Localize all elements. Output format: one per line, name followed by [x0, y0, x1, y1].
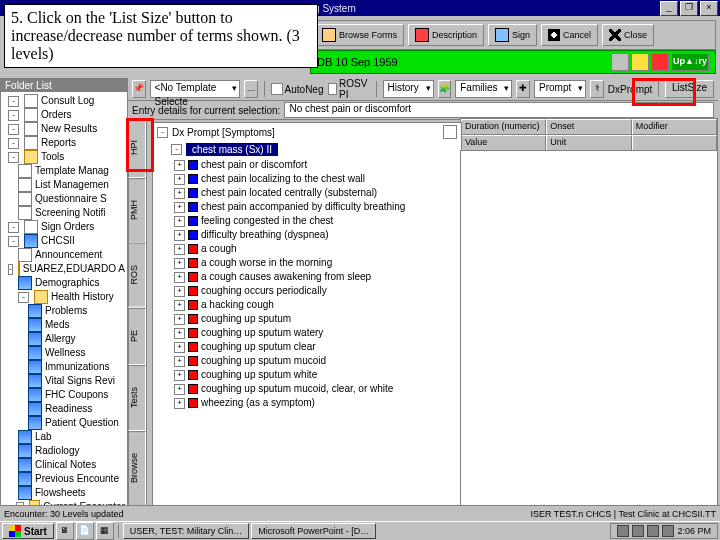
symptom-row[interactable]: +coughing occurs periodically [157, 284, 457, 298]
symptom-root-expander[interactable]: - [157, 127, 168, 138]
finding-marker-icon[interactable] [188, 342, 198, 352]
expander-icon[interactable]: - [8, 264, 13, 275]
tree-node[interactable]: -CHCSII [5, 234, 125, 248]
symptom-row[interactable]: +coughing up sputum mucoid, clear, or wh… [157, 382, 457, 396]
tree-node[interactable]: FHC Coupons [5, 388, 125, 402]
finding-marker-icon[interactable] [188, 202, 198, 212]
symptom-row[interactable]: +coughing up sputum watery [157, 326, 457, 340]
tree-node[interactable]: -Consult Log [5, 94, 125, 108]
expander-icon[interactable]: + [174, 174, 185, 185]
update-button[interactable]: Up▲↓ry [671, 53, 709, 71]
finding-marker-icon[interactable] [188, 244, 198, 254]
symptom-row[interactable]: +coughing up sputum [157, 312, 457, 326]
template-open-button[interactable]: … [244, 80, 258, 98]
expander-icon[interactable]: + [174, 286, 185, 297]
toolbar-icon-2[interactable]: ✚ [516, 80, 530, 98]
tree-node[interactable]: Vital Signs Revi [5, 374, 125, 388]
tree-node[interactable]: -SUAREZ,EDUARDO A [5, 262, 125, 276]
dxprompt-icon[interactable]: ⚕ [590, 80, 604, 98]
taskbar-app-button[interactable]: Microsoft PowerPoint - [D… [251, 523, 376, 539]
symptom-list[interactable]: +chest pain or discomfort+chest pain loc… [153, 158, 461, 410]
tree-node[interactable]: Lab [5, 430, 125, 444]
tree-node[interactable]: Meds [5, 318, 125, 332]
system-tray[interactable]: 2:06 PM [610, 523, 718, 539]
tree-node[interactable]: -Sign Orders [5, 220, 125, 234]
expander-icon[interactable]: - [8, 222, 19, 233]
template-pin-button[interactable]: 📌 [132, 80, 146, 98]
sign-button[interactable]: Sign [488, 24, 537, 46]
tree-node[interactable]: Clinical Notes [5, 458, 125, 472]
browse-forms-button[interactable]: Browse Forms [315, 24, 404, 46]
finding-marker-icon[interactable] [188, 230, 198, 240]
tree-node[interactable]: -Tools [5, 150, 125, 164]
template-select[interactable]: <No Template Selecte [150, 80, 241, 98]
entry-details-field[interactable]: No chest pain or discomfort [284, 102, 714, 118]
tray-icon-4[interactable] [662, 525, 674, 537]
autoneg-checkbox[interactable]: AutoNeg [271, 83, 324, 95]
tree-node[interactable]: -Orders [5, 108, 125, 122]
cancel-button[interactable]: Cancel [541, 24, 598, 46]
col-modifier[interactable]: Modifier [632, 119, 717, 135]
quicklaunch-icon-3[interactable]: ▦ [96, 522, 114, 540]
symptom-row[interactable]: +coughing up sputum mucoid [157, 354, 457, 368]
tree-node[interactable]: Patient Question [5, 416, 125, 430]
tree-node[interactable]: Screening Notifi [5, 206, 125, 220]
tree-node[interactable]: -Health History [5, 290, 125, 304]
tree-node[interactable]: Readiness [5, 402, 125, 416]
expander-icon[interactable]: - [8, 236, 19, 247]
expander-icon[interactable]: - [8, 124, 19, 135]
finding-marker-icon[interactable] [188, 370, 198, 380]
expander-icon[interactable]: + [174, 328, 185, 339]
tree-node[interactable]: Template Manag [5, 164, 125, 178]
taskbar-app-button[interactable]: USER, TEST: Military Clin… [123, 523, 249, 539]
expander-icon[interactable]: - [8, 152, 19, 163]
description-button[interactable]: Description [408, 24, 484, 46]
history-dropdown[interactable]: History [383, 80, 434, 98]
symptom-row[interactable]: +coughing up sputum white [157, 368, 457, 382]
expander-icon[interactable]: + [174, 244, 185, 255]
minimize-button[interactable]: _ [660, 1, 678, 16]
maximize-button[interactable]: ❐ [680, 1, 698, 16]
vtab-pe[interactable]: PE [128, 308, 146, 365]
tray-icon-2[interactable] [632, 525, 644, 537]
col-onset[interactable]: Onset [546, 119, 631, 135]
col-value[interactable]: Value [461, 135, 546, 151]
tree-node[interactable]: Allergy [5, 332, 125, 346]
symptom-row[interactable]: +a cough [157, 242, 457, 256]
rosv-checkbox[interactable]: ROSV PI [328, 78, 370, 100]
tree-node[interactable]: Wellness [5, 346, 125, 360]
symptom-row[interactable]: +coughing up sputum clear [157, 340, 457, 354]
tray-icon-1[interactable] [617, 525, 629, 537]
expander-icon[interactable]: + [174, 230, 185, 241]
quicklaunch-icon-2[interactable]: 📄 [76, 522, 94, 540]
expander-icon[interactable]: + [174, 258, 185, 269]
finding-marker-icon[interactable] [188, 160, 198, 170]
quicklaunch-icon-1[interactable]: 🖥 [56, 522, 74, 540]
symptom-row[interactable]: +a cough worse in the morning [157, 256, 457, 270]
tree-node[interactable]: Problems [5, 304, 125, 318]
symptom-row[interactable]: +chest pain accompanied by difficulty br… [157, 200, 457, 214]
symptom-group-title[interactable]: chest mass (Sx) II [186, 143, 278, 156]
symptom-row[interactable]: +chest pain localizing to the chest wall [157, 172, 457, 186]
expander-icon[interactable]: + [174, 356, 185, 367]
expander-icon[interactable]: - [8, 138, 19, 149]
expander-icon[interactable]: + [174, 342, 185, 353]
symptom-row[interactable]: +a cough causes awakening from sleep [157, 270, 457, 284]
tree-node[interactable]: -New Results [5, 122, 125, 136]
finding-marker-icon[interactable] [188, 216, 198, 226]
finding-marker-icon[interactable] [188, 300, 198, 310]
expander-icon[interactable]: + [174, 314, 185, 325]
vtab-ros[interactable]: ROS [128, 243, 146, 308]
symptom-row[interactable]: +wheezing (as a symptom) [157, 396, 457, 410]
tree-node[interactable]: Immunizations [5, 360, 125, 374]
patient-icon-2[interactable] [631, 53, 649, 71]
expander-icon[interactable]: + [174, 300, 185, 311]
window-close-button[interactable]: × [700, 1, 718, 16]
finding-marker-icon[interactable] [188, 188, 198, 198]
toolbar-icon-1[interactable]: 🧩 [438, 80, 452, 98]
tree-node[interactable]: Questionnaire S [5, 192, 125, 206]
symptom-row[interactable]: +feeling congested in the chest [157, 214, 457, 228]
tree-node[interactable]: Flowsheets [5, 486, 125, 500]
folder-tree[interactable]: -Consult Log-Orders-New Results-Reports-… [1, 92, 127, 506]
symptom-row[interactable]: +difficulty breathing (dyspnea) [157, 228, 457, 242]
